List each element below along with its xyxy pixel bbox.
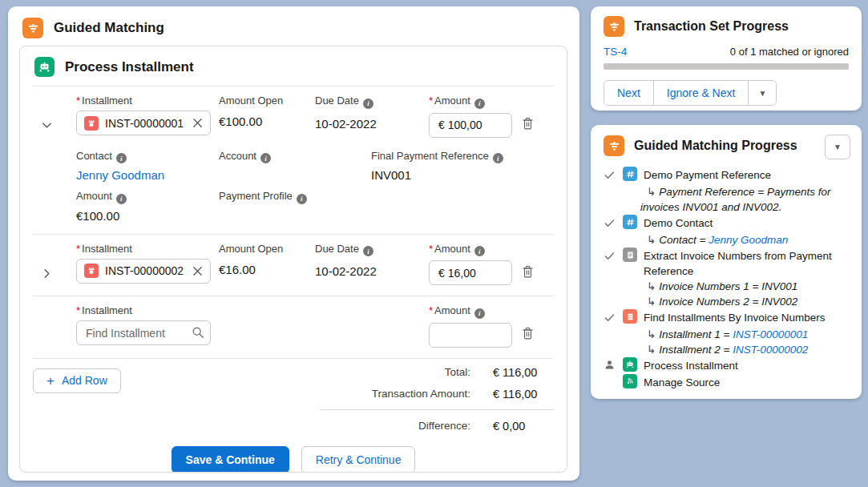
- installment-pill[interactable]: INST-00000002: [76, 259, 211, 284]
- step-label: Manage Source: [644, 374, 849, 390]
- step-result: ↳Installment 2 = INST-00000002: [604, 342, 849, 357]
- trash-icon: [522, 327, 534, 340]
- next-button[interactable]: Next: [604, 81, 653, 105]
- progress-step: Extract Invoice Numbers from Payment Ref…: [604, 248, 849, 309]
- divider: [320, 409, 554, 410]
- ignore-next-button[interactable]: Ignore & Next: [653, 81, 749, 105]
- clear-installment-button[interactable]: [192, 118, 203, 128]
- info-icon[interactable]: i: [116, 194, 127, 204]
- difference-label: Difference:: [320, 420, 470, 432]
- step-label: Demo Contact: [644, 215, 849, 231]
- info-icon[interactable]: i: [116, 153, 127, 163]
- guided-matching-progress-panel: Guided Matching Progress ▼ Demo Payment …: [591, 125, 862, 399]
- progress-steps-list: Demo Payment Reference ↳Payment Referenc…: [604, 167, 849, 390]
- step-result-link[interactable]: Jenny Goodman: [709, 234, 788, 246]
- step-result-link[interactable]: INST-00000002: [733, 344, 808, 356]
- info-icon[interactable]: i: [363, 246, 373, 256]
- amount-input[interactable]: [429, 260, 512, 285]
- installment-pill-value: INST-00000001: [105, 117, 186, 130]
- step-result: ↳Invoice Numbers 2 = INV002: [604, 294, 849, 309]
- arrow-icon: ↳: [647, 344, 656, 356]
- step-label: Process Installment: [644, 357, 849, 373]
- info-icon[interactable]: i: [474, 246, 485, 256]
- info-icon[interactable]: i: [260, 153, 271, 163]
- rule-type-database-icon: [623, 309, 637, 324]
- amount-label: *Amounti: [429, 243, 512, 257]
- find-installment-input[interactable]: [76, 320, 211, 345]
- arrow-icon: ↳: [647, 234, 656, 246]
- installment-row-2: *Installment INST-00000002: [33, 235, 554, 286]
- delete-row-button[interactable]: [520, 115, 535, 131]
- amount-label: *Amounti: [429, 95, 512, 109]
- panel-title: Transaction Set Progress: [634, 19, 789, 34]
- more-actions-button[interactable]: ▼: [748, 81, 776, 105]
- amount-open-value: €16.00: [219, 259, 307, 276]
- step-result-link[interactable]: INST-00000001: [733, 328, 808, 340]
- installment-pill[interactable]: INST-00000001: [76, 111, 211, 135]
- check-icon: [604, 248, 623, 265]
- step-result: ↳Installment 1 = INST-00000001: [604, 327, 849, 342]
- progress-step: Manage Source: [604, 374, 849, 390]
- info-icon[interactable]: i: [297, 194, 307, 204]
- due-date-label: Due Datei: [315, 95, 421, 109]
- transaction-set-icon: [604, 16, 624, 37]
- required-asterisk: *: [429, 304, 433, 316]
- required-asterisk: *: [76, 243, 80, 255]
- panel-title: Guided Matching Progress: [634, 139, 797, 153]
- save-continue-button[interactable]: Save & Continue: [172, 446, 289, 473]
- caret-down-icon: ▼: [834, 143, 842, 151]
- trash-icon: [522, 265, 534, 278]
- info-icon[interactable]: i: [363, 99, 373, 109]
- progress-bar: [604, 63, 849, 70]
- step-process-installment-icon: [623, 357, 637, 372]
- info-icon[interactable]: i: [474, 308, 485, 319]
- delete-row-button[interactable]: [520, 264, 535, 280]
- rule-type-extract-icon: [623, 248, 637, 262]
- due-date-value: 10-02-2022: [315, 260, 421, 278]
- due-date-value: 10-02-2022: [315, 113, 421, 131]
- card-title: Process Installment: [65, 59, 194, 75]
- step-status-spacer: [604, 374, 623, 376]
- amount-input[interactable]: [429, 323, 512, 348]
- expand-row-button[interactable]: [39, 266, 55, 281]
- retry-continue-button[interactable]: Retry & Continue: [301, 446, 416, 473]
- panel-menu-button[interactable]: ▼: [825, 135, 850, 159]
- contact-link[interactable]: Jenny Goodman: [76, 168, 164, 182]
- due-date-label: Due Datei: [315, 243, 421, 257]
- arrow-icon: ↳: [647, 186, 656, 198]
- step-result: ↳Invoice Numbers 1 = INV001: [604, 279, 849, 294]
- check-icon: [604, 167, 623, 184]
- guided-matching-progress-icon: [604, 135, 624, 156]
- amount-detail-value: €100.00: [76, 207, 219, 223]
- page-title: Guided Matching: [54, 20, 164, 36]
- difference-value: € 0,00: [470, 420, 554, 433]
- transaction-set-progress-panel: Transaction Set Progress TS-4 0 of 1 mat…: [591, 6, 862, 111]
- progress-step: Demo Payment Reference ↳Payment Referenc…: [604, 167, 849, 215]
- amount-open-label: Amount Open: [219, 95, 307, 107]
- add-row-button[interactable]: + Add Row: [33, 368, 121, 393]
- payment-profile-label: Payment Profilei: [219, 190, 371, 204]
- info-icon[interactable]: i: [474, 99, 485, 109]
- check-icon: [604, 309, 623, 327]
- total-value: € 116,00: [470, 366, 554, 379]
- installment-record-icon: [84, 264, 99, 278]
- clear-installment-button[interactable]: [192, 266, 203, 276]
- close-icon: [192, 118, 203, 128]
- info-icon[interactable]: i: [493, 153, 503, 163]
- process-installment-card: Process Installment *Installment: [19, 46, 567, 473]
- amount-input[interactable]: [429, 113, 512, 138]
- installment-record-icon: [84, 116, 99, 131]
- collapse-row-button[interactable]: [39, 118, 55, 133]
- caret-down-icon: ▼: [758, 89, 766, 98]
- guided-matching-header: Guided Matching: [8, 6, 579, 45]
- rule-type-text-icon: [623, 167, 637, 181]
- amount-open-value: €100.00: [219, 111, 307, 128]
- step-label: Find Installments By Invoice Numbers: [644, 309, 849, 325]
- card-header: Process Installment: [20, 46, 567, 86]
- transaction-set-link[interactable]: TS-4: [604, 46, 627, 58]
- contact-label: Contacti: [76, 150, 219, 164]
- delete-row-button[interactable]: [520, 325, 535, 341]
- guided-matching-icon: [22, 18, 43, 38]
- installment-label: *Installment: [76, 243, 211, 255]
- installment-row-3: *Installment *Amounti: [33, 296, 554, 348]
